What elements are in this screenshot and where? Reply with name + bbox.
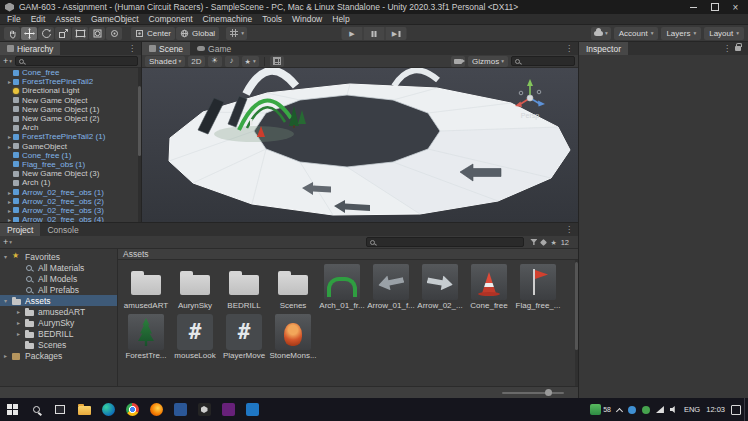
hierarchy-scrollbar[interactable] xyxy=(138,68,141,222)
menu-item[interactable]: Assets xyxy=(50,14,86,24)
toggle-2d-button[interactable]: 2D xyxy=(188,56,204,67)
hierarchy-item[interactable]: Cone_free xyxy=(0,68,138,77)
menu-item[interactable]: Cinemachine xyxy=(198,14,258,24)
collab-button[interactable]: ▾ xyxy=(591,27,611,40)
pivot-mode-button[interactable]: Center xyxy=(131,27,175,40)
search-by-type-icon[interactable] xyxy=(530,239,537,245)
hierarchy-item[interactable]: New Game Object (3) xyxy=(0,169,138,178)
hierarchy-item[interactable]: New Game Object (1) xyxy=(0,105,138,114)
folder-tree-item[interactable]: All Materials xyxy=(0,262,117,273)
hand-tool-button[interactable] xyxy=(4,27,20,40)
scene-menu-icon[interactable] xyxy=(560,42,578,55)
tray-icon[interactable] xyxy=(625,398,639,421)
language-button[interactable]: ENG xyxy=(681,398,703,421)
hierarchy-item[interactable]: Arch xyxy=(0,123,138,132)
asset-tile[interactable]: AurynSky xyxy=(171,264,219,310)
expand-arrow-icon[interactable] xyxy=(4,352,12,359)
lock-icon[interactable] xyxy=(735,46,741,51)
scene-canvas[interactable]: Persp xyxy=(142,68,578,222)
expand-arrow-icon[interactable] xyxy=(6,198,13,205)
expand-arrow-icon[interactable] xyxy=(6,189,13,196)
hierarchy-item[interactable]: Arrow_02_free_obs (2) xyxy=(0,197,138,206)
pause-button[interactable] xyxy=(364,27,385,40)
tab-hierarchy[interactable]: Hierarchy xyxy=(0,42,60,55)
asset-tile[interactable]: Arch_01_fr... xyxy=(318,264,366,310)
menu-item[interactable]: Component xyxy=(144,14,198,24)
grid-snap-button[interactable]: ▾ xyxy=(226,27,247,40)
hierarchy-item[interactable]: ForestTreePineTail2 (1) xyxy=(0,132,138,141)
asset-tile[interactable]: Arrow_02_... xyxy=(416,264,464,310)
taskbar-app-icon[interactable] xyxy=(216,398,240,421)
taskbar-app-icon[interactable] xyxy=(96,398,120,421)
volume-button[interactable] xyxy=(667,398,681,421)
folder-tree-item[interactable]: amusedART xyxy=(0,306,117,317)
grid-visibility-button[interactable] xyxy=(270,56,284,67)
menu-item[interactable]: Tools xyxy=(257,14,287,24)
transform-tool-button[interactable] xyxy=(89,27,105,40)
taskbar-app-icon[interactable] xyxy=(192,398,216,421)
tab-scene[interactable]: Scene xyxy=(142,42,190,55)
folder-tree-item[interactable]: Packages xyxy=(0,350,117,361)
hierarchy-item[interactable]: Arrow_02_free_obs (1) xyxy=(0,187,138,196)
expand-arrow-icon[interactable] xyxy=(4,253,12,260)
expand-arrow-icon[interactable] xyxy=(4,297,12,304)
thumbnail-size-slider[interactable] xyxy=(502,392,564,394)
hierarchy-menu-icon[interactable] xyxy=(123,42,141,55)
taskbar-app-icon[interactable] xyxy=(72,398,96,421)
scene-effects-dropdown[interactable]: ★▾ xyxy=(242,56,259,67)
asset-tile[interactable]: PlayerMove xyxy=(220,314,268,360)
asset-tile[interactable]: amusedART xyxy=(122,264,170,310)
folder-tree-item[interactable]: Favorites xyxy=(0,251,117,262)
hierarchy-item[interactable]: Cone_free (1) xyxy=(0,151,138,160)
scene-lighting-button[interactable]: ☀ xyxy=(208,56,222,67)
hierarchy-item[interactable]: Arch (1) xyxy=(0,178,138,187)
save-search-icon[interactable]: ★ xyxy=(550,239,556,246)
layout-dropdown[interactable]: Layout xyxy=(704,27,744,40)
asset-tile[interactable]: Scenes xyxy=(269,264,317,310)
menu-item[interactable]: Help xyxy=(327,14,354,24)
expand-arrow-icon[interactable] xyxy=(6,78,13,85)
folder-tree-item[interactable]: All Models xyxy=(0,273,117,284)
step-button[interactable]: ▶ xyxy=(386,27,407,40)
expand-arrow-icon[interactable] xyxy=(17,330,25,337)
camera-settings-button[interactable] xyxy=(451,56,465,67)
maximize-button[interactable] xyxy=(704,0,725,14)
tray-icon[interactable] xyxy=(639,398,653,421)
layers-dropdown[interactable]: Layers xyxy=(661,27,701,40)
play-button[interactable]: ▶ xyxy=(342,27,363,40)
taskbar-app-icon[interactable] xyxy=(168,398,192,421)
taskbar-app-icon[interactable] xyxy=(144,398,168,421)
asset-tile[interactable]: Flag_free_... xyxy=(514,264,562,310)
hierarchy-item[interactable]: Flag_free_obs (1) xyxy=(0,160,138,169)
shading-mode-dropdown[interactable]: Shaded xyxy=(145,56,185,67)
hierarchy-item[interactable]: Arrow_02_free_obs (3) xyxy=(0,206,138,215)
clock-button[interactable]: 12:03 xyxy=(703,398,728,421)
taskbar-app-icon[interactable] xyxy=(240,398,264,421)
asset-tile[interactable]: BEDRILL xyxy=(220,264,268,310)
perspective-label[interactable]: Persp xyxy=(514,112,546,119)
asset-tile[interactable]: mouseLook xyxy=(171,314,219,360)
scrollbar-thumb[interactable] xyxy=(138,86,141,155)
custom-tool-button[interactable] xyxy=(106,27,122,40)
expand-arrow-icon[interactable] xyxy=(6,143,13,150)
expand-arrow-icon[interactable] xyxy=(17,308,25,315)
network-button[interactable] xyxy=(653,398,667,421)
close-button[interactable]: × xyxy=(725,0,746,14)
hierarchy-item[interactable]: ForestTreePineTail2 xyxy=(0,77,138,86)
project-search-input[interactable] xyxy=(366,237,524,247)
expand-arrow-icon[interactable] xyxy=(6,207,13,214)
folder-tree-item[interactable]: AurynSky xyxy=(0,317,117,328)
create-asset-button[interactable] xyxy=(3,237,12,247)
action-center-button[interactable] xyxy=(728,398,744,421)
account-dropdown[interactable]: Account xyxy=(614,27,659,40)
asset-tile[interactable]: StoneMons... xyxy=(269,314,317,360)
tab-inspector[interactable]: Inspector xyxy=(579,42,628,55)
weather-widget[interactable]: 58 xyxy=(587,398,614,421)
rotate-tool-button[interactable] xyxy=(38,27,54,40)
hierarchy-item[interactable]: Directional Light xyxy=(0,86,138,95)
expand-arrow-icon[interactable] xyxy=(6,133,13,140)
hierarchy-item[interactable]: New Game Object xyxy=(0,96,138,105)
move-tool-button[interactable] xyxy=(21,27,37,40)
rect-tool-button[interactable] xyxy=(72,27,88,40)
tray-expand-button[interactable] xyxy=(614,398,625,421)
